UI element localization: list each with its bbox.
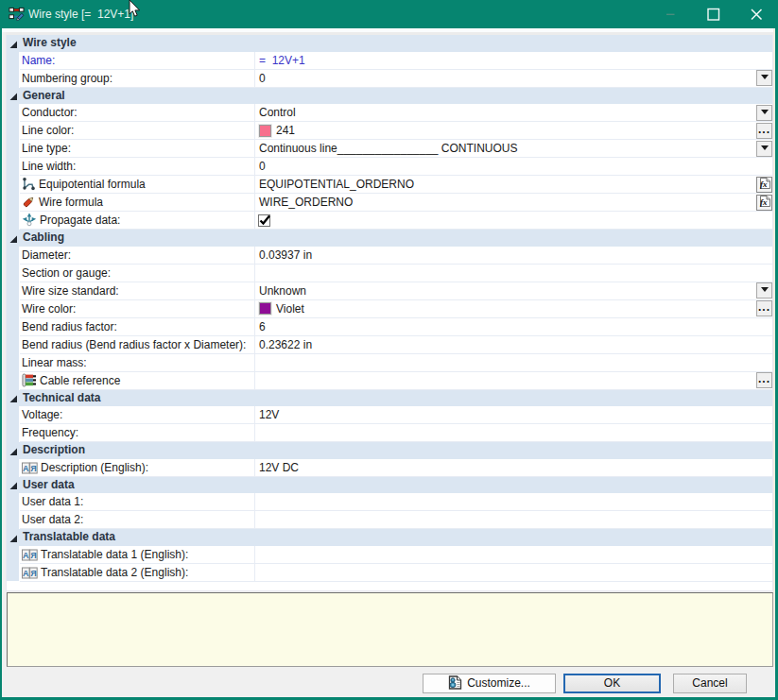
svg-text:Я: Я (30, 464, 36, 473)
svg-text:fx: fx (760, 196, 768, 206)
svg-text:Я: Я (30, 569, 36, 578)
svg-text:A: A (23, 551, 29, 560)
svg-text:Я: Я (30, 551, 36, 560)
svg-text:A: A (23, 464, 29, 473)
svg-text:fx: fx (760, 179, 768, 188)
svg-text:A: A (23, 569, 29, 578)
